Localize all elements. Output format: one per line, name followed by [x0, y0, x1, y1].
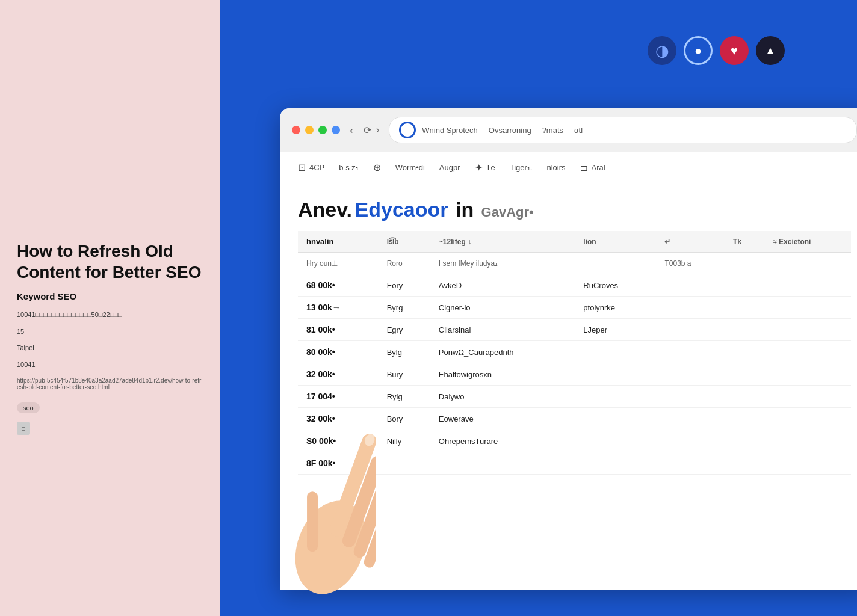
metric-8: S0 00k• — [298, 430, 379, 452]
subh-2: Roro — [379, 253, 430, 274]
nav-back[interactable]: ⟵⟳ — [350, 125, 371, 136]
table-row: 32 00k• Bory Eowerave — [298, 408, 851, 430]
th-lstb: ls͡lb — [379, 231, 430, 253]
nav-label-1: 4CP — [309, 163, 324, 172]
col2-6: Rylg — [379, 386, 430, 408]
subh-1: Hry oun⊥ — [298, 253, 379, 274]
browser-content: Anev. Edycaoor in GavAgr• hnvalin ls͡lb … — [280, 183, 857, 489]
col4-3: LJeper — [575, 319, 656, 341]
cortana-icon — [399, 122, 416, 138]
sidebar-tag[interactable]: seo — [17, 402, 40, 413]
col3-4: PonwΩ_Caurapednth — [430, 341, 575, 363]
subh-4: T003b a — [656, 253, 725, 274]
top-icon-4[interactable]: ▲ — [756, 36, 785, 65]
table-subheader-row: Hry oun⊥ Roro I sem IMey iludya₁ T003b a — [298, 253, 851, 274]
nav-icon-3: ⊕ — [373, 162, 381, 173]
th-lion: lion — [575, 231, 656, 253]
address-extra3: αtl — [574, 126, 583, 135]
nav-label-5: Augpr — [439, 163, 460, 172]
metric-3: 81 00k• — [298, 319, 379, 341]
page-heading-part3: in — [456, 198, 474, 221]
table-row: 32 00k• Bury Ehalfowigrosxn — [298, 363, 851, 386]
nav-label-8: nloirs — [546, 163, 565, 172]
col2-2: Byrg — [379, 297, 430, 319]
sidebar-meta-line2: 15 — [17, 327, 203, 337]
top-icon-3[interactable]: ♥ — [720, 36, 749, 65]
col3-7: Eowerave — [430, 408, 575, 430]
traffic-lights — [292, 126, 340, 134]
browser-window: ⟵⟳ › Wnind Sprotech Ovsarroning ?mats αt… — [280, 108, 857, 590]
col3-8: OhrepemsTurare — [430, 430, 575, 452]
metric-4: 80 00k• — [298, 341, 379, 363]
nav-item-9[interactable]: ⊐ Aral — [580, 159, 605, 176]
nav-icon-1: ⊡ — [298, 162, 306, 173]
nav-label-4: Worm•di — [395, 163, 425, 172]
address-extra: Ovsarroning — [489, 126, 531, 135]
metric-1: 68 00k• — [298, 274, 379, 297]
address-extra2: ?mats — [542, 126, 563, 135]
metric-6: 17 004• — [298, 386, 379, 408]
tl-blue-custom[interactable] — [332, 126, 340, 134]
top-icon-2[interactable]: ● — [684, 36, 713, 65]
th-arrow: ↵ — [656, 231, 725, 253]
nav-item-7[interactable]: Tiger₁. — [510, 161, 533, 174]
tl-red[interactable] — [292, 126, 300, 134]
address-text: Wnind Sprotech — [422, 126, 478, 135]
address-bar[interactable]: Wnind Sprotech Ovsarroning ?mats αtl — [389, 117, 857, 143]
col4-1: RuCroves — [575, 274, 656, 297]
col2-5: Bury — [379, 363, 430, 386]
top-icons-row: ◑ ● ♥ ▲ — [648, 36, 785, 65]
col3-5: Ehalfowigrosxn — [430, 363, 575, 386]
metric-2: 13 00k→ — [298, 297, 379, 319]
table-body: 68 00k• Eory ΔvkeD RuCroves 13 00k→ Byrg… — [298, 274, 851, 475]
nav-label-2: b s z₁ — [339, 163, 358, 172]
th-12lifeg: ~12lifeg ↓ — [430, 231, 575, 253]
data-table: hnvalin ls͡lb ~12lifeg ↓ lion ↵ Tk ≈ Exc… — [298, 231, 851, 475]
nav-item-2[interactable]: b s z₁ — [339, 161, 358, 174]
nav-item-1[interactable]: ⊡ 4CP — [298, 159, 324, 176]
th-hnvalin: hnvalin — [298, 231, 379, 253]
nav-label-6: Tē — [486, 163, 495, 172]
nav-icon-9: ⊐ — [580, 162, 588, 173]
nav-item-5[interactable]: Augpr — [439, 161, 460, 174]
nav-item-4[interactable]: Worm•di — [395, 161, 425, 174]
table-row: 81 00k• Egry Cllarsinal LJeper — [298, 319, 851, 341]
metric-7: 32 00k• — [298, 408, 379, 430]
tl-yellow[interactable] — [305, 126, 314, 134]
nav-forward[interactable]: › — [376, 125, 379, 136]
th-tk: Tk — [725, 231, 764, 253]
th-excietoni: ≈ Excietoni — [764, 231, 851, 253]
sidebar-icon-1: □ — [17, 422, 30, 435]
sidebar-icon-row: □ — [17, 422, 203, 435]
main-area: ◑ ● ♥ ▲ ⟵⟳ › Wnind Sprotech Ovsarroning … — [220, 0, 857, 616]
col2-4: Bylg — [379, 341, 430, 363]
page-heading-part4: GavAgr• — [481, 205, 534, 220]
sidebar-meta-line4: 10041 — [17, 360, 203, 371]
metric-5: 32 00k• — [298, 363, 379, 386]
page-heading-part1: Anev. — [298, 198, 352, 221]
col4-2: ptolynrke — [575, 297, 656, 319]
col2-1: Eory — [379, 274, 430, 297]
sidebar: How to Refresh Old Content for Better SE… — [0, 0, 220, 616]
table-row: S0 00k• Nilly OhrepemsTurare — [298, 430, 851, 452]
nav-item-6[interactable]: ✦ Tē — [475, 159, 495, 176]
col2-3: Egry — [379, 319, 430, 341]
table-row: 17 004• Rylg Dalywo — [298, 386, 851, 408]
nav-item-8[interactable]: nloirs — [546, 161, 565, 174]
browser-chrome: ⟵⟳ › Wnind Sprotech Ovsarroning ?mats αt… — [280, 108, 857, 152]
top-icon-1[interactable]: ◑ — [648, 36, 676, 65]
table-row: 13 00k→ Byrg Clgner-lo ptolynrke — [298, 297, 851, 319]
nav-item-3[interactable]: ⊕ — [373, 159, 381, 176]
page-heading-part2: Edycaoor — [355, 198, 448, 221]
nav-buttons: ⟵⟳ › — [350, 125, 379, 136]
table-row: 8F 00k• — [298, 452, 851, 475]
col3-1: ΔvkeD — [430, 274, 575, 297]
nav-label-7: Tiger₁. — [510, 163, 533, 172]
subh-3: I sem IMey iludya₁ — [430, 253, 657, 274]
tl-green[interactable] — [318, 126, 327, 134]
page-heading-area: Anev. Edycaoor in GavAgr• — [298, 198, 851, 221]
table-header-row: hnvalin ls͡lb ~12lifeg ↓ lion ↵ Tk ≈ Exc… — [298, 231, 851, 253]
col4-4 — [575, 341, 656, 363]
col2-7: Bory — [379, 408, 430, 430]
sidebar-meta-line3: Taipei — [17, 343, 203, 354]
